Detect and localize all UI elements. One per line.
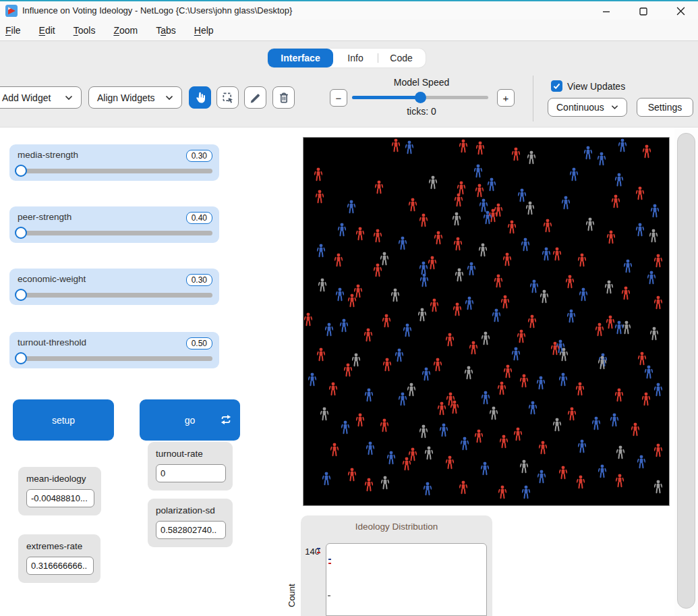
go-button[interactable]: go bbox=[140, 399, 240, 441]
slider-turnout-threshold: turnout-threshold0.50 bbox=[9, 332, 219, 368]
person-agent bbox=[450, 400, 459, 415]
person-agent bbox=[430, 298, 438, 313]
slider-thumb[interactable] bbox=[15, 289, 27, 301]
vertical-scrollbar-thumb[interactable] bbox=[677, 133, 695, 609]
marquee-select-tool-button[interactable] bbox=[216, 86, 239, 109]
plot-pen-mark bbox=[328, 563, 331, 564]
monitor-label: polarization-sd bbox=[156, 505, 226, 515]
maximize-button[interactable] bbox=[630, 1, 657, 21]
plot-area bbox=[326, 543, 487, 616]
person-agent bbox=[595, 323, 604, 337]
person-agent bbox=[453, 302, 461, 317]
monitor-value: 0.582802740.. bbox=[156, 521, 226, 539]
person-agent bbox=[380, 418, 388, 433]
person-agent bbox=[615, 320, 623, 335]
person-agent bbox=[330, 443, 339, 457]
menu-edit[interactable]: Edit bbox=[39, 25, 55, 36]
person-agent bbox=[322, 472, 330, 486]
person-agent bbox=[399, 236, 407, 251]
person-agent bbox=[649, 229, 658, 244]
person-agent bbox=[352, 353, 360, 368]
slider-value-box[interactable]: 0.50 bbox=[186, 337, 212, 349]
person-agent bbox=[622, 320, 631, 335]
person-agent bbox=[374, 229, 382, 244]
model-speed-label: Model Speed bbox=[351, 77, 492, 88]
person-agent bbox=[409, 198, 417, 213]
pointer-tool-button[interactable] bbox=[189, 86, 211, 109]
update-mode-dropdown[interactable]: Continuous bbox=[548, 98, 627, 117]
add-widget-dropdown[interactable]: Add Widget bbox=[0, 86, 82, 109]
person-agent bbox=[380, 252, 388, 267]
slider-track[interactable] bbox=[16, 169, 212, 173]
person-agent bbox=[317, 347, 325, 362]
slider-thumb[interactable] bbox=[15, 352, 27, 364]
menu-file[interactable]: File bbox=[5, 25, 21, 36]
close-icon bbox=[676, 7, 685, 16]
slider-track[interactable] bbox=[16, 356, 212, 361]
person-agent bbox=[624, 259, 632, 274]
slider-value-box[interactable]: 0.30 bbox=[186, 274, 212, 286]
minimize-button[interactable] bbox=[593, 1, 620, 21]
slider-value-box[interactable]: 0.40 bbox=[186, 212, 212, 224]
person-agent bbox=[498, 381, 506, 396]
person-agent bbox=[654, 480, 662, 495]
maximize-icon bbox=[639, 7, 647, 16]
chevron-down-icon bbox=[65, 95, 73, 101]
person-agent bbox=[586, 217, 594, 232]
person-agent bbox=[455, 268, 463, 283]
tab-info[interactable]: Info bbox=[333, 53, 378, 63]
edit-tool-button[interactable] bbox=[244, 86, 266, 109]
person-agent bbox=[469, 341, 477, 356]
close-button[interactable] bbox=[667, 1, 694, 21]
align-widgets-dropdown[interactable]: Align Widgets bbox=[88, 86, 182, 109]
menu-tabs[interactable]: Tabs bbox=[156, 25, 176, 36]
person-agent bbox=[598, 464, 606, 479]
person-agent bbox=[318, 278, 326, 293]
person-agent bbox=[643, 144, 651, 159]
person-agent bbox=[338, 223, 346, 237]
slider-value-box[interactable]: 0.30 bbox=[186, 150, 212, 162]
view-updates-checkbox[interactable] bbox=[551, 80, 562, 92]
speed-decrease-button[interactable]: − bbox=[330, 89, 347, 107]
person-agent bbox=[365, 478, 373, 493]
settings-button[interactable]: Settings bbox=[637, 98, 693, 117]
setup-button[interactable]: setup bbox=[13, 399, 114, 441]
person-agent bbox=[622, 286, 630, 301]
person-agent bbox=[440, 423, 448, 438]
slider-track[interactable] bbox=[16, 293, 212, 298]
person-agent bbox=[454, 237, 462, 252]
delete-tool-button[interactable] bbox=[272, 86, 295, 109]
menu-tools[interactable]: Tools bbox=[74, 25, 96, 36]
person-agent bbox=[560, 347, 568, 362]
person-agent bbox=[578, 439, 586, 454]
tab-interface[interactable]: Interface bbox=[268, 49, 333, 67]
menu-help[interactable]: Help bbox=[194, 25, 214, 36]
menu-zoom[interactable]: Zoom bbox=[113, 25, 138, 36]
person-agent bbox=[335, 253, 343, 268]
trash-icon bbox=[277, 91, 291, 105]
speed-increase-button[interactable]: + bbox=[497, 89, 515, 107]
vertical-scrollbar-track[interactable] bbox=[674, 128, 698, 616]
person-agent bbox=[654, 443, 662, 458]
world-view[interactable] bbox=[303, 137, 670, 506]
person-agent bbox=[475, 184, 484, 198]
slider-thumb[interactable] bbox=[15, 165, 27, 177]
add-widget-label: Add Widget bbox=[2, 92, 51, 103]
person-agent bbox=[481, 461, 489, 476]
tab-code[interactable]: Code bbox=[378, 53, 424, 63]
person-agent bbox=[392, 138, 400, 153]
person-agent bbox=[577, 475, 585, 490]
view-updates-label: View Updates bbox=[567, 81, 625, 92]
slider-media-strength: media-strength0.30 bbox=[9, 144, 219, 181]
hand-pointer-icon bbox=[194, 91, 207, 105]
slider-label: media-strength bbox=[18, 150, 78, 160]
slider-thumb[interactable] bbox=[15, 227, 27, 239]
model-speed-thumb[interactable] bbox=[415, 92, 426, 103]
model-speed-slider[interactable] bbox=[352, 96, 488, 99]
person-agent bbox=[568, 407, 576, 422]
person-agent bbox=[512, 347, 520, 362]
slider-track[interactable] bbox=[16, 231, 212, 235]
person-agent bbox=[539, 441, 547, 455]
person-agent bbox=[356, 227, 364, 242]
plot-ideology-distribution: Ideology Distribution 140 Count bbox=[301, 515, 492, 616]
